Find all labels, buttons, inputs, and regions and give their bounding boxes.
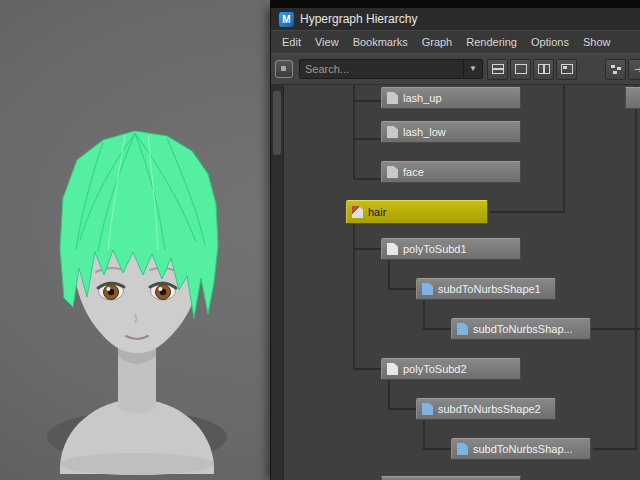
graph-node-hair[interactable]: hair [346, 200, 488, 224]
node-label: hair [368, 206, 386, 218]
graph-canvas[interactable]: lash_uplash_lowfacehairpolyToSubd1subdTo… [271, 85, 640, 480]
transform-node-icon [387, 92, 398, 104]
window-title: Hypergraph Hierarchy [300, 12, 417, 26]
subd-node-icon [422, 403, 433, 415]
menu-view[interactable]: View [308, 31, 346, 53]
node-label: subdToNurbsShap... [473, 323, 573, 335]
layout-single-pane-icon [515, 64, 527, 74]
toolbar: Search... ▼ ⇥ [271, 53, 640, 85]
layout-single-pane-button[interactable] [510, 59, 531, 80]
graph-scrollbar[interactable] [271, 85, 284, 480]
eye-right [150, 282, 176, 300]
freeform-layout-icon [610, 64, 622, 74]
graph-node-subdtonurbsshap[interactable]: subdToNurbsShap... [451, 318, 591, 340]
maya-app-icon: M [279, 12, 294, 27]
load-selection-icon[interactable] [275, 60, 293, 78]
freeform-layout-button[interactable] [605, 59, 626, 80]
node-label: subdToNurbsShape2 [438, 403, 541, 415]
input-output-connections-icon: ⇥ [634, 64, 640, 75]
graph-node-polytosubd2[interactable]: polyToSubd2 [381, 358, 521, 380]
node-label: polyToSubd1 [403, 243, 467, 255]
menu-rendering[interactable]: Rendering [459, 31, 524, 53]
menu-bookmarks[interactable]: Bookmarks [346, 31, 415, 53]
subd-node-icon [457, 443, 468, 455]
graph-node-partial[interactable] [381, 476, 521, 480]
search-input[interactable]: Search... ▼ [299, 59, 483, 79]
graph-node-lash-up[interactable]: lash_up [381, 87, 521, 109]
layout-corner-pane-button[interactable] [556, 59, 577, 80]
search-placeholder: Search... [305, 63, 458, 75]
layout-rows-button[interactable] [487, 59, 508, 80]
layout-button-group [487, 59, 577, 80]
layout-corner-pane-icon [561, 64, 573, 74]
character-model [0, 0, 272, 480]
transform-node-icon [387, 126, 398, 138]
menu-graph[interactable]: Graph [415, 31, 460, 53]
transform-node-icon [387, 166, 398, 178]
subd-node-icon [422, 283, 433, 295]
menu-show[interactable]: Show [576, 31, 618, 53]
graph-button-group: ⇥ [605, 59, 640, 80]
node-label: lash_up [403, 92, 442, 104]
layout-columns-button[interactable] [533, 59, 554, 80]
menu-options[interactable]: Options [524, 31, 576, 53]
node-label: polyToSubd2 [403, 363, 467, 375]
node-label: subdToNurbsShap... [473, 443, 573, 455]
menu-edit[interactable]: Edit [275, 31, 308, 53]
graph-node-partial[interactable] [625, 87, 640, 109]
graph-node-subdtonurbsshape1[interactable]: subdToNurbsShape1 [416, 278, 556, 300]
eye-left [98, 282, 124, 300]
graph-scrollbar-thumb[interactable] [273, 91, 281, 155]
subd-node-icon [457, 323, 468, 335]
layout-rows-icon [492, 64, 504, 74]
graph-node-polytosubd1[interactable]: polyToSubd1 [381, 238, 521, 260]
chevron-down-icon[interactable]: ▼ [463, 60, 477, 78]
graph-node-subdtonurbsshape2[interactable]: subdToNurbsShape2 [416, 398, 556, 420]
graph-node-face[interactable]: face [381, 161, 521, 183]
menubar: EditViewBookmarksGraphRenderingOptionsSh… [271, 30, 640, 53]
window-top-edge [270, 0, 640, 8]
node-label: subdToNurbsShape1 [438, 283, 541, 295]
graph-node-subdtonurbsshap[interactable]: subdToNurbsShap... [451, 438, 591, 460]
node-label: face [403, 166, 424, 178]
page-node-icon [387, 363, 398, 375]
page-node-icon [387, 243, 398, 255]
hair-node-icon [352, 206, 363, 218]
hypergraph-window: M Hypergraph Hierarchy EditViewBookmarks… [270, 8, 640, 480]
graph-node-lash-low[interactable]: lash_low [381, 121, 521, 143]
screen: M Hypergraph Hierarchy EditViewBookmarks… [0, 0, 640, 480]
node-label: lash_low [403, 126, 446, 138]
input-output-connections-button[interactable]: ⇥ [628, 59, 640, 80]
titlebar[interactable]: M Hypergraph Hierarchy [271, 8, 640, 30]
layout-columns-icon [538, 64, 550, 74]
